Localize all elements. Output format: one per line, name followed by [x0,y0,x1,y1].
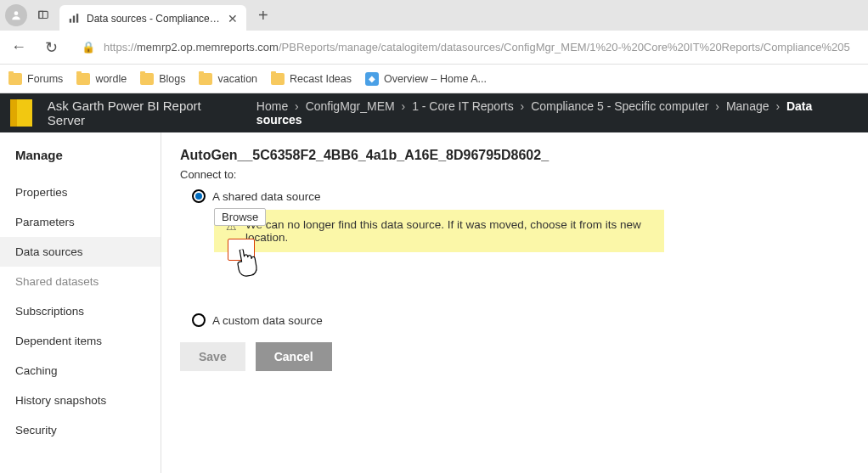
sidebar-item-dependent-items[interactable]: Dependent items [0,326,161,356]
chevron-right-icon: › [398,99,409,113]
sidebar-item-parameters[interactable]: Parameters [0,207,161,237]
bookmark-overview[interactable]: ◆Overview – Home A... [365,72,487,86]
chart-icon [68,13,80,25]
sidebar-item-security[interactable]: Security [0,415,161,445]
powerbi-logo-icon [10,99,32,127]
refresh-button[interactable]: ↻ [41,38,61,57]
content: Manage Properties Parameters Data source… [0,132,868,473]
folder-icon [76,73,90,85]
svg-rect-4 [73,16,75,23]
datasource-title: AutoGen__5C6358F2_4BB6_4a1b_A16E_8D96795… [180,148,849,163]
profile-icon[interactable] [5,4,27,26]
new-tab-button[interactable]: + [251,6,275,25]
connect-to-label: Connect to: [180,168,849,181]
breadcrumb-home[interactable]: Home [256,99,288,113]
tab-strip: Data sources - Compliance 5 - Sp ✕ + [0,0,868,31]
radio-icon [192,189,206,203]
tab-title: Data sources - Compliance 5 - Sp [87,13,221,25]
chevron-right-icon: › [291,99,302,113]
close-icon[interactable]: ✕ [228,12,238,25]
folder-icon [140,73,154,85]
url-host: memrp2.op.memreports.com [137,41,279,53]
svg-rect-2 [39,11,43,18]
svg-point-0 [14,11,19,15]
sidebar-item-caching[interactable]: Caching [0,356,161,386]
app-title: Ask Garth Power BI Report Server [48,99,241,127]
bookmark-blogs[interactable]: Blogs [140,73,185,85]
folder-icon [271,73,285,85]
breadcrumb-item[interactable]: ConfigMgr_MEM [306,99,395,113]
radio-custom-data-source[interactable]: A custom data source [192,313,849,327]
breadcrumb-item[interactable]: 1 - Core IT Reports [412,99,514,113]
app-header: Ask Garth Power BI Report Server Home › … [0,93,868,132]
cancel-button[interactable]: Cancel [256,342,332,371]
breadcrumb-item[interactable]: Compliance 5 - Specific computer [531,99,708,113]
breadcrumb-item[interactable]: Manage [726,99,769,113]
sidebar-item-shared-datasets[interactable]: Shared datasets [0,267,161,296]
folder-icon [199,73,212,85]
tab-overview-icon[interactable] [32,4,54,26]
url-path: /PBReports/manage/catalogitem/datasource… [279,41,850,53]
browse-button[interactable] [228,239,255,261]
back-button[interactable]: ← [8,38,29,56]
sidebar-heading: Manage [0,148,161,177]
browse-tooltip: Browse [214,208,266,226]
browser-chrome: Data sources - Compliance 5 - Sp ✕ + [0,0,868,31]
address-bar[interactable]: 🔒 https://memrp2.op.memreports.com/PBRep… [73,35,860,60]
bookmark-wordle[interactable]: wordle [76,73,127,85]
folder-icon [8,73,22,85]
radio-label: A custom data source [212,314,323,327]
svg-rect-5 [76,14,78,23]
bookmark-forums[interactable]: Forums [8,73,63,85]
chevron-right-icon: › [712,99,723,113]
browser-tab[interactable]: Data sources - Compliance 5 - Sp ✕ [59,5,246,32]
warning-text: We can no longer find this data source. … [245,218,652,244]
app-icon: ◆ [365,72,379,86]
url-protocol: https:// [104,41,137,53]
options-wrap: A shared data source ⚠ We can no longer … [180,189,849,327]
radio-label: A shared data source [212,190,321,203]
save-button[interactable]: Save [180,342,245,371]
lock-icon: 🔒 [82,41,95,53]
bookmark-vacation[interactable]: vacation [199,73,257,85]
svg-rect-3 [70,19,71,23]
radio-icon [192,313,206,327]
radio-shared-data-source[interactable]: A shared data source [192,189,849,203]
sidebar-item-properties[interactable]: Properties [0,177,161,207]
chevron-right-icon: › [517,99,528,113]
warning-banner: ⚠ We can no longer find this data source… [214,210,664,252]
breadcrumb: Home › ConfigMgr_MEM › 1 - Core IT Repor… [256,99,858,127]
sidebar-item-subscriptions[interactable]: Subscriptions [0,296,161,326]
sidebar: Manage Properties Parameters Data source… [0,132,161,473]
bookmarks-bar: Forums wordle Blogs vacation Recast Idea… [0,65,868,93]
main-panel: AutoGen__5C6358F2_4BB6_4a1b_A16E_8D96795… [161,132,868,473]
sidebar-item-data-sources[interactable]: Data sources [0,237,161,267]
button-row: Save Cancel [180,342,849,371]
address-bar-row: ← ↻ 🔒 https://memrp2.op.memreports.com/P… [0,31,868,65]
bookmark-recast[interactable]: Recast Ideas [271,73,352,85]
chevron-right-icon: › [772,99,783,113]
sidebar-item-history-snapshots[interactable]: History snapshots [0,386,161,415]
